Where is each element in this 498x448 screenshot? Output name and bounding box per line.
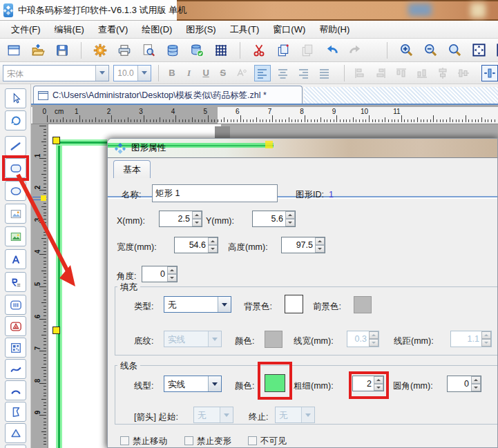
settings-gear-icon[interactable] xyxy=(92,42,108,59)
linegap-spinner[interactable]: 1.1 xyxy=(450,331,492,347)
line-style-select[interactable]: 实线 xyxy=(164,376,222,392)
diamond-tool[interactable] xyxy=(5,445,26,448)
align-objects-right-button[interactable] xyxy=(372,65,389,81)
qrcode-tool[interactable] xyxy=(5,338,26,358)
arrow-start-select[interactable]: 无 xyxy=(193,407,233,423)
tab-basic[interactable]: 基本 xyxy=(113,160,151,178)
align-objects-bottom-button[interactable] xyxy=(414,65,430,81)
grid-icon[interactable] xyxy=(213,42,229,59)
shading-color-swatch[interactable] xyxy=(265,331,282,348)
font-family-select[interactable]: 宋体 xyxy=(3,65,109,81)
width-value[interactable]: 54.6 xyxy=(175,237,208,253)
name-input[interactable]: 矩形 1 xyxy=(152,184,278,202)
zoom-out-button[interactable] xyxy=(422,42,439,59)
invisible-checkbox[interactable] xyxy=(248,436,257,445)
center-in-page-button[interactable] xyxy=(481,65,498,81)
font-size-select[interactable]: 10.0 xyxy=(113,65,151,81)
undo-button[interactable] xyxy=(323,42,340,59)
underline-button[interactable]: U xyxy=(200,68,213,78)
zoom-in-button[interactable] xyxy=(398,42,414,59)
save-button[interactable] xyxy=(54,42,70,59)
print-preview-button[interactable] xyxy=(140,42,157,59)
lock-move-checkbox[interactable] xyxy=(120,436,129,445)
copy-button[interactable] xyxy=(275,42,291,59)
align-right-button[interactable] xyxy=(296,65,312,81)
polygon-tool[interactable] xyxy=(5,402,26,422)
bold-button[interactable]: B xyxy=(166,68,179,78)
selection-handle-midleft[interactable] xyxy=(52,327,60,334)
menu-item-3[interactable]: 查看(V) xyxy=(91,21,135,38)
barcode-tool[interactable] xyxy=(5,295,26,315)
height-spinner[interactable]: 97.5 xyxy=(281,237,325,253)
align-justify-button[interactable] xyxy=(316,65,333,81)
chevron-down-icon[interactable] xyxy=(218,297,231,312)
lock-resize-checkbox[interactable] xyxy=(184,436,193,445)
print-button[interactable] xyxy=(116,42,133,59)
open-file-button[interactable] xyxy=(30,42,46,59)
center-horizontal-button[interactable] xyxy=(434,65,451,81)
x-value[interactable]: 2.5 xyxy=(160,211,192,226)
arrow-end-select[interactable]: 无 xyxy=(275,407,315,423)
align-objects-left-button[interactable] xyxy=(352,65,368,81)
curve-tool[interactable] xyxy=(5,359,26,379)
chevron-down-icon[interactable] xyxy=(208,376,221,391)
paste-button[interactable] xyxy=(299,42,316,59)
rotate-tool[interactable] xyxy=(5,110,26,130)
linewidth-spinner[interactable]: 0.3 xyxy=(347,331,379,347)
corner-radius-spinner[interactable]: 0 xyxy=(447,376,481,392)
spinner-buttons[interactable] xyxy=(167,266,177,282)
x-spinner[interactable]: 2.5 xyxy=(159,211,202,227)
corner-radius-value[interactable]: 0 xyxy=(448,376,471,391)
database-connect-icon[interactable] xyxy=(189,42,205,59)
align-left-button[interactable] xyxy=(254,65,271,81)
spinner-buttons[interactable] xyxy=(285,211,295,226)
chevron-down-icon[interactable] xyxy=(95,66,108,81)
selection-handle-topleft[interactable] xyxy=(52,137,60,144)
ruler-tick xyxy=(266,119,267,122)
menu-item-1[interactable]: 文件(F) xyxy=(4,21,48,38)
select-cursor-tool[interactable] xyxy=(5,88,26,108)
menu-item-5[interactable]: 图形(S) xyxy=(179,21,222,38)
shading-select[interactable]: 实线 xyxy=(164,331,222,347)
width-spinner[interactable]: 54.6 xyxy=(174,237,218,253)
center-vertical-button[interactable] xyxy=(455,65,472,81)
strikethrough-button[interactable]: S xyxy=(216,68,229,78)
menu-item-6[interactable]: 工具(T) xyxy=(223,21,267,38)
spinner-buttons[interactable] xyxy=(315,237,325,253)
fill-type-select[interactable]: 无 xyxy=(164,296,231,313)
ruler-tick xyxy=(466,115,466,122)
dialog-title-bar[interactable]: 图形属性 xyxy=(108,139,497,158)
align-center-button[interactable] xyxy=(275,65,291,81)
menu-item-2[interactable]: 编辑(E) xyxy=(48,21,91,38)
menu-item-8[interactable]: 帮助(H) xyxy=(312,21,356,38)
spinner-buttons[interactable] xyxy=(208,237,218,253)
y-value[interactable]: 5.6 xyxy=(253,211,285,226)
bg-color-swatch[interactable] xyxy=(285,295,303,313)
y-spinner[interactable]: 5.6 xyxy=(252,211,296,227)
fg-color-swatch[interactable] xyxy=(354,296,372,313)
pdf417-tool[interactable] xyxy=(5,316,26,336)
line-tool[interactable] xyxy=(5,136,26,156)
new-document-button[interactable] xyxy=(6,42,22,59)
fit-selection-button[interactable] xyxy=(495,42,498,59)
triangle-tool[interactable] xyxy=(5,423,26,443)
chevron-down-icon[interactable] xyxy=(137,66,151,81)
align-objects-top-button[interactable] xyxy=(393,65,410,81)
arc-tool[interactable] xyxy=(5,380,26,400)
document-tab[interactable]: C:\Users\Administrator\Desktop\模板类似\药品标签… xyxy=(33,86,303,105)
ruler-tick xyxy=(44,325,46,326)
zoom-button[interactable] xyxy=(446,42,463,59)
menu-item-7[interactable]: 窗口(W) xyxy=(266,21,312,38)
angle-spinner[interactable]: 0 xyxy=(142,266,178,282)
cut-button[interactable] xyxy=(251,42,267,59)
height-value[interactable]: 97.5 xyxy=(282,237,315,253)
fit-page-button[interactable] xyxy=(470,42,487,59)
angle-value[interactable]: 0 xyxy=(142,266,167,282)
italic-button[interactable]: I xyxy=(182,68,195,79)
redo-button[interactable] xyxy=(347,42,364,59)
spinner-buttons[interactable] xyxy=(192,211,202,226)
spinner-buttons[interactable] xyxy=(471,376,481,391)
text-effect-icon[interactable] xyxy=(233,65,250,81)
database-icon[interactable] xyxy=(164,42,181,59)
menu-item-4[interactable]: 绘图(D) xyxy=(135,21,179,38)
